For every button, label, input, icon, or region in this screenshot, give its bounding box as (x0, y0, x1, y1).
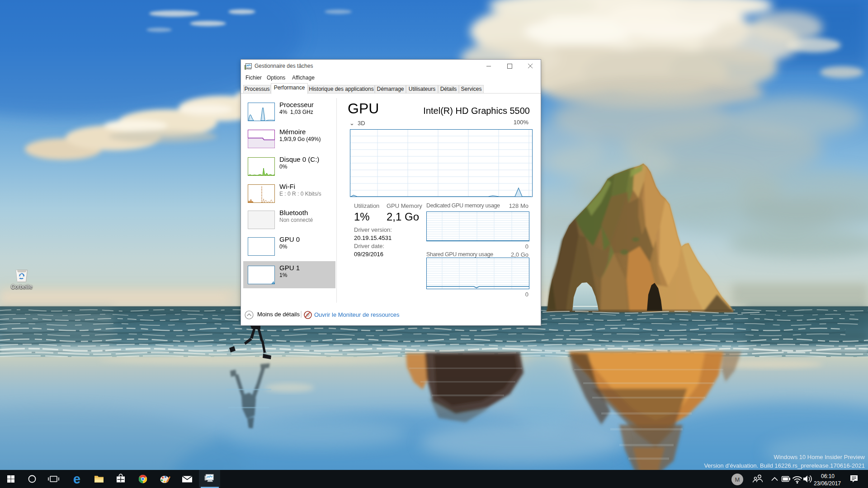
svg-text:06:10: 06:10 (821, 473, 835, 479)
svg-text:e: e (73, 472, 80, 486)
svg-text:23/06/2017: 23/06/2017 (814, 480, 841, 487)
svg-text:M: M (735, 476, 740, 483)
